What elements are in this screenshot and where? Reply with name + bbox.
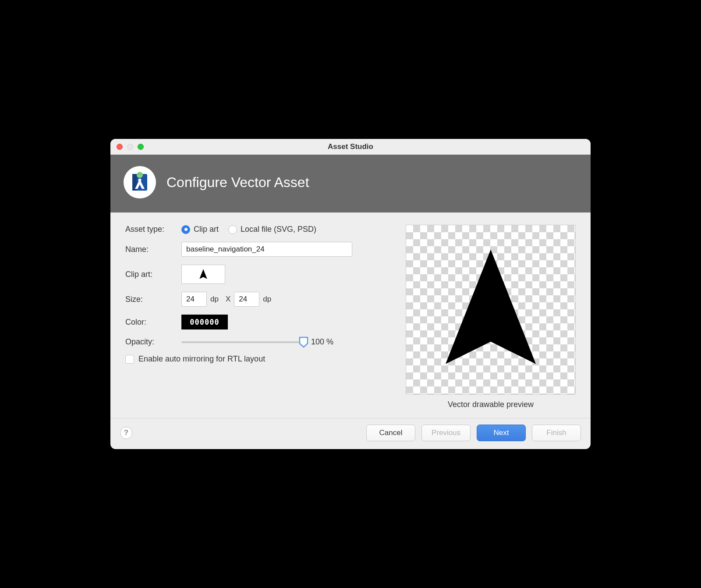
rtl-mirroring-label: Enable auto mirroring for RTL layout bbox=[138, 354, 265, 364]
help-icon: ? bbox=[124, 429, 128, 437]
svg-point-4 bbox=[141, 174, 142, 175]
page-title: Configure Vector Asset bbox=[166, 174, 309, 191]
window-controls bbox=[117, 144, 144, 150]
window-title: Asset Studio bbox=[110, 142, 591, 151]
dialog-footer: ? Cancel Previous Next Finish bbox=[110, 418, 591, 449]
asset-type-radio-group: Clip art Local file (SVG, PSD) bbox=[181, 225, 316, 234]
dialog-header: Configure Vector Asset bbox=[110, 155, 591, 213]
size-unit-h: dp bbox=[263, 295, 271, 304]
clipart-picker-button[interactable] bbox=[181, 265, 225, 284]
size-label: Size: bbox=[125, 295, 181, 304]
zoom-window-icon[interactable] bbox=[138, 144, 144, 150]
asset-studio-logo-icon bbox=[124, 166, 156, 198]
opacity-value: 100 % bbox=[311, 337, 336, 347]
radio-label: Local file (SVG, PSD) bbox=[241, 225, 316, 234]
svg-point-5 bbox=[138, 179, 142, 182]
opacity-slider[interactable] bbox=[181, 341, 304, 343]
radio-label: Clip art bbox=[194, 225, 219, 234]
size-unit-w: dp bbox=[210, 295, 219, 304]
size-width-input[interactable] bbox=[181, 292, 207, 307]
preview-panel: Vector drawable preview bbox=[406, 225, 576, 409]
opacity-label: Opacity: bbox=[125, 337, 181, 347]
preview-caption: Vector drawable preview bbox=[406, 400, 576, 409]
navigation-arrow-icon bbox=[418, 237, 563, 382]
minimize-window-icon[interactable] bbox=[127, 144, 133, 150]
vector-preview bbox=[406, 225, 576, 395]
form-panel: Asset type: Clip art Local file (SVG, PS… bbox=[125, 225, 388, 409]
name-input[interactable] bbox=[181, 242, 352, 257]
svg-point-3 bbox=[138, 174, 139, 175]
cancel-button[interactable]: Cancel bbox=[366, 425, 415, 441]
asset-type-localfile-radio[interactable]: Local file (SVG, PSD) bbox=[228, 225, 316, 234]
name-label: Name: bbox=[125, 245, 181, 254]
color-picker-button[interactable]: 000000 bbox=[181, 315, 228, 329]
navigation-arrow-icon bbox=[197, 268, 209, 280]
radio-selected-icon bbox=[181, 225, 190, 234]
next-button[interactable]: Next bbox=[477, 425, 526, 441]
rtl-mirroring-checkbox[interactable] bbox=[125, 355, 134, 364]
size-height-input[interactable] bbox=[234, 292, 259, 307]
color-hex-value: 000000 bbox=[190, 318, 219, 326]
close-window-icon[interactable] bbox=[117, 144, 123, 150]
asset-type-clipart-radio[interactable]: Clip art bbox=[181, 225, 219, 234]
clipart-label: Clip art: bbox=[125, 270, 181, 279]
slider-thumb-icon bbox=[299, 337, 308, 348]
dialog-window: Asset Studio Configure Vector Asset Asse… bbox=[110, 139, 591, 449]
svg-point-2 bbox=[137, 172, 143, 178]
previous-button[interactable]: Previous bbox=[421, 425, 471, 441]
titlebar: Asset Studio bbox=[110, 139, 591, 155]
asset-type-label: Asset type: bbox=[125, 225, 181, 234]
dialog-content: Asset type: Clip art Local file (SVG, PS… bbox=[110, 213, 591, 418]
size-separator: X bbox=[226, 295, 230, 304]
radio-unselected-icon bbox=[228, 225, 237, 234]
finish-button[interactable]: Finish bbox=[532, 425, 581, 441]
color-label: Color: bbox=[125, 318, 181, 327]
help-button[interactable]: ? bbox=[120, 427, 132, 439]
